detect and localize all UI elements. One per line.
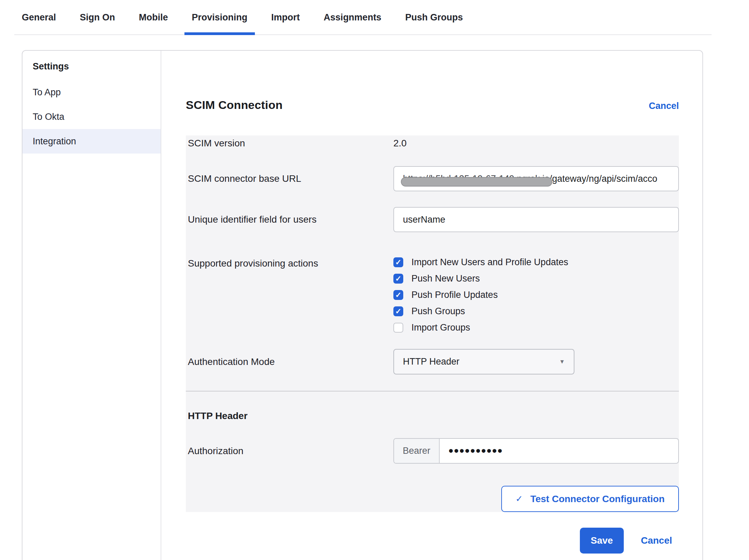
visible-url-text: /gateway/ng/api/scim/acco — [550, 174, 657, 184]
checkbox-icon: ✓ — [393, 306, 403, 316]
provisioning-actions-row: Supported provisioning actions ✓ Import … — [186, 257, 679, 333]
save-button[interactable]: Save — [580, 528, 624, 554]
scim-version-row: SCIM version 2.0 — [186, 135, 679, 166]
base-url-input[interactable]: https://b5bd-135-19-67-149.ngrok.io /gat… — [393, 166, 679, 191]
settings-sidebar: Settings To App To Okta Integration — [22, 51, 161, 560]
bearer-token-input[interactable]: •••••••••• — [440, 439, 678, 463]
sidebar-item-integration[interactable]: Integration — [22, 129, 161, 154]
sidebar-item-to-okta[interactable]: To Okta — [22, 105, 161, 129]
check-icon: ✓ — [516, 494, 523, 504]
unique-id-label: Unique identifier field for users — [186, 213, 393, 226]
checkbox-label: Import Groups — [411, 322, 470, 333]
test-connector-button[interactable]: ✓ Test Connector Configuration — [501, 486, 679, 512]
caret-down-icon: ▼ — [559, 358, 565, 365]
auth-mode-selected-value: HTTP Header — [403, 356, 459, 367]
checkbox-push-new-users[interactable]: ✓ Push New Users — [393, 274, 568, 284]
checkbox-label: Push Profile Updates — [411, 290, 498, 300]
check-icon: ✓ — [395, 259, 401, 266]
provisioning-actions-label: Supported provisioning actions — [186, 257, 393, 270]
checkbox-icon: ✓ — [393, 274, 403, 284]
tab-mobile[interactable]: Mobile — [131, 0, 176, 35]
tab-assignments[interactable]: Assignments — [316, 0, 389, 35]
base-url-row: SCIM connector base URL https://b5bd-135… — [186, 166, 679, 191]
checkbox-import-groups[interactable]: ✓ Import Groups — [393, 323, 568, 333]
checkbox-label: Push Groups — [411, 306, 465, 317]
checkbox-push-groups[interactable]: ✓ Push Groups — [393, 306, 568, 316]
header-cancel-link[interactable]: Cancel — [649, 101, 679, 111]
auth-mode-label: Authentication Mode — [186, 356, 393, 368]
checkbox-icon: ✓ — [393, 290, 403, 300]
unique-id-value: userName — [403, 214, 445, 225]
provisioning-panel: Settings To App To Okta Integration SCIM… — [22, 50, 703, 560]
provisioning-actions-list: ✓ Import New Users and Profile Updates ✓… — [393, 257, 568, 333]
checkbox-icon: ✓ — [393, 257, 403, 267]
auth-mode-row: Authentication Mode HTTP Header ▼ — [186, 349, 679, 374]
checkbox-import-new-users[interactable]: ✓ Import New Users and Profile Updates — [393, 257, 568, 267]
app-tab-bar: General Sign On Mobile Provisioning Impo… — [14, 0, 712, 35]
authorization-label: Authorization — [186, 445, 393, 457]
unique-id-input[interactable]: userName — [393, 207, 679, 232]
page-header: SCIM Connection Cancel — [186, 98, 679, 112]
checkbox-label: Import New Users and Profile Updates — [411, 257, 568, 268]
scim-connection-form: SCIM version 2.0 SCIM connector base URL… — [186, 135, 679, 512]
unique-id-row: Unique identifier field for users userNa… — [186, 207, 679, 232]
main-content: SCIM Connection Cancel SCIM version 2.0 … — [161, 51, 703, 560]
scim-version-label: SCIM version — [186, 137, 393, 149]
scim-version-value: 2.0 — [393, 137, 407, 149]
tab-import[interactable]: Import — [264, 0, 307, 35]
tab-push-groups[interactable]: Push Groups — [398, 0, 471, 35]
form-footer: Save Cancel — [186, 528, 679, 554]
http-header-section-title: HTTP Header — [186, 410, 679, 422]
check-icon: ✓ — [395, 308, 401, 315]
check-icon: ✓ — [395, 275, 401, 283]
checkbox-push-profile-updates[interactable]: ✓ Push Profile Updates — [393, 290, 568, 300]
section-divider — [186, 391, 679, 391]
tab-general[interactable]: General — [14, 0, 64, 35]
tab-sign-on[interactable]: Sign On — [72, 0, 123, 35]
checkbox-label: Push New Users — [411, 273, 480, 284]
test-connector-label: Test Connector Configuration — [530, 494, 665, 505]
page-title: SCIM Connection — [186, 98, 282, 112]
checkbox-icon: ✓ — [393, 323, 403, 333]
tab-provisioning[interactable]: Provisioning — [184, 0, 255, 35]
sidebar-title: Settings — [33, 60, 161, 73]
authorization-row: Authorization Bearer •••••••••• — [186, 438, 679, 464]
redacted-url-segment: https://b5bd-135-19-67-149.ngrok.io — [403, 174, 550, 184]
test-connector-row: ✓ Test Connector Configuration — [186, 486, 679, 512]
authorization-input-group: Bearer •••••••••• — [393, 438, 679, 464]
base-url-label: SCIM connector base URL — [186, 173, 393, 185]
bearer-prefix: Bearer — [394, 439, 440, 463]
auth-mode-select[interactable]: HTTP Header ▼ — [393, 349, 574, 374]
footer-cancel-link[interactable]: Cancel — [641, 535, 672, 546]
redaction-bar — [401, 177, 552, 187]
check-icon: ✓ — [395, 291, 401, 299]
sidebar-item-to-app[interactable]: To App — [22, 80, 161, 105]
